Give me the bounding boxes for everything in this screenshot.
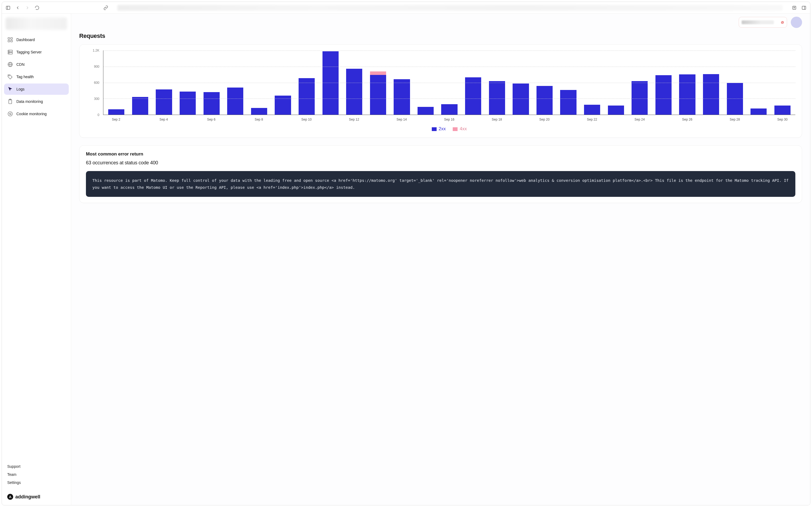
brand-name: addingwell <box>15 494 40 500</box>
brand-logo-icon: A <box>7 494 13 500</box>
bar-sep-4[interactable] <box>152 90 176 115</box>
bar-sep-21[interactable] <box>557 90 580 115</box>
svg-rect-9 <box>8 40 10 42</box>
bar-sep-30[interactable] <box>771 106 795 115</box>
requests-chart: 1.2K9006003000 Sep 2Sep 4Sep 6Sep 8Sep 1… <box>86 51 795 131</box>
bar-sep-17[interactable] <box>461 77 485 115</box>
sidebar-item-label: Tag health <box>16 75 34 79</box>
error-card-title: Most common error return <box>86 152 795 157</box>
bar-sep-20[interactable] <box>533 86 557 115</box>
bar-sep-10[interactable] <box>295 78 319 115</box>
bar-sep-27[interactable] <box>699 74 723 115</box>
workspace-switcher[interactable] <box>6 17 67 30</box>
forward-button[interactable] <box>24 4 31 11</box>
bar-sep-25[interactable] <box>652 75 676 115</box>
bar-sep-3[interactable] <box>128 97 152 115</box>
sidebar-item-logs[interactable]: Logs <box>4 83 69 95</box>
sidebar-link-team[interactable]: Team <box>7 472 65 477</box>
bar-sep-11[interactable] <box>318 51 342 115</box>
svg-point-13 <box>9 51 9 51</box>
sidebar-item-cookie-monitoring[interactable]: Cookie monitoring <box>4 108 69 119</box>
sidebar-item-label: Dashboard <box>16 38 35 42</box>
account-name-blurred <box>742 20 774 24</box>
reader-icon[interactable] <box>791 4 798 11</box>
panel-toggle-icon[interactable] <box>801 4 807 11</box>
bar-sep-7[interactable] <box>223 88 247 115</box>
topbar: ⊘ <box>71 14 810 31</box>
app-body: Dashboard Tagging Server CDN Tag health … <box>2 14 810 505</box>
error-card-summary: 63 occurrences at status code 400 <box>86 160 795 166</box>
sidebar-toggle-icon[interactable] <box>5 4 11 11</box>
reload-button[interactable] <box>34 4 41 11</box>
sidebar-link-settings[interactable]: Settings <box>7 481 65 485</box>
legend-4xx: 4xx <box>453 126 467 131</box>
sidebar-item-label: Logs <box>16 87 24 91</box>
app-window: Dashboard Tagging Server CDN Tag health … <box>2 2 810 505</box>
server-icon <box>7 49 13 55</box>
bar-sep-15[interactable] <box>414 107 438 115</box>
address-bar[interactable] <box>117 5 783 11</box>
bar-sep-8[interactable] <box>247 108 271 115</box>
back-button[interactable] <box>14 4 21 11</box>
grid-icon <box>7 37 13 43</box>
main-content: ⊘ Requests 1.2K9006003000 Sep 2Sep 4Sep … <box>71 14 810 505</box>
svg-rect-8 <box>11 38 12 39</box>
svg-point-23 <box>10 113 11 113</box>
tag-icon <box>7 74 13 80</box>
svg-point-21 <box>8 112 13 116</box>
sidebar-item-tagging-server[interactable]: Tagging Server <box>4 47 69 58</box>
bar-sep-24[interactable] <box>628 81 652 115</box>
svg-point-18 <box>9 75 9 76</box>
bar-sep-23[interactable] <box>604 106 628 115</box>
account-selector[interactable]: ⊘ <box>739 17 787 27</box>
legend-2xx: 2xx <box>432 126 446 131</box>
page-title: Requests <box>79 33 802 40</box>
browser-toolbar <box>2 2 810 14</box>
sidebar-item-tag-health[interactable]: Tag health <box>4 71 69 82</box>
svg-rect-0 <box>6 6 10 9</box>
svg-point-22 <box>9 113 10 114</box>
chart-x-axis: Sep 2Sep 4Sep 6Sep 8Sep 10Sep 12Sep 14Se… <box>103 118 795 121</box>
sidebar-item-data-monitoring[interactable]: Data monitoring <box>4 96 69 107</box>
sidebar: Dashboard Tagging Server CDN Tag health … <box>2 14 71 505</box>
bar-sep-6[interactable] <box>199 92 223 115</box>
sidebar-item-label: Cookie monitoring <box>16 112 47 116</box>
bar-sep-13[interactable] <box>366 71 390 115</box>
sidebar-item-dashboard[interactable]: Dashboard <box>4 34 69 45</box>
bar-sep-5[interactable] <box>176 92 200 115</box>
bar-sep-29[interactable] <box>747 109 771 115</box>
chart-legend: 2xx 4xx <box>103 126 795 131</box>
cookie-icon <box>7 111 13 117</box>
warning-icon: ⊘ <box>781 20 784 24</box>
clipboard-icon <box>7 99 13 105</box>
link-icon[interactable] <box>102 4 109 11</box>
bar-sep-19[interactable] <box>509 83 533 115</box>
svg-rect-2 <box>793 6 796 9</box>
svg-rect-10 <box>11 40 12 42</box>
sidebar-item-cdn[interactable]: CDN <box>4 59 69 70</box>
bar-sep-18[interactable] <box>485 81 509 115</box>
chart-y-axis: 1.2K9006003000 <box>86 51 101 115</box>
sidebar-item-label: Tagging Server <box>16 50 42 54</box>
svg-rect-7 <box>8 38 10 39</box>
avatar[interactable] <box>791 17 802 28</box>
svg-point-24 <box>10 114 10 115</box>
chart-plot-area <box>103 51 795 115</box>
page: Requests 1.2K9006003000 Sep 2Sep 4Sep 6S… <box>71 33 810 221</box>
sidebar-link-support[interactable]: Support <box>7 464 65 468</box>
bar-sep-22[interactable] <box>580 105 604 115</box>
svg-rect-5 <box>802 6 806 9</box>
bar-sep-16[interactable] <box>438 104 461 115</box>
bar-sep-12[interactable] <box>342 69 366 115</box>
bar-sep-2[interactable] <box>105 109 128 115</box>
svg-point-25 <box>11 114 11 115</box>
error-return-card: Most common error return 63 occurrences … <box>79 145 802 203</box>
cursor-icon <box>7 86 13 92</box>
bar-sep-14[interactable] <box>390 79 414 115</box>
requests-chart-card: 1.2K9006003000 Sep 2Sep 4Sep 6Sep 8Sep 1… <box>79 44 802 138</box>
svg-point-14 <box>9 53 9 53</box>
error-response-body: This resource is part of Matomo. Keep fu… <box>86 171 795 197</box>
sidebar-footer: Support Team Settings A addingwell <box>4 463 69 501</box>
bar-sep-26[interactable] <box>675 74 699 115</box>
sidebar-nav: Dashboard Tagging Server CDN Tag health … <box>4 34 69 119</box>
